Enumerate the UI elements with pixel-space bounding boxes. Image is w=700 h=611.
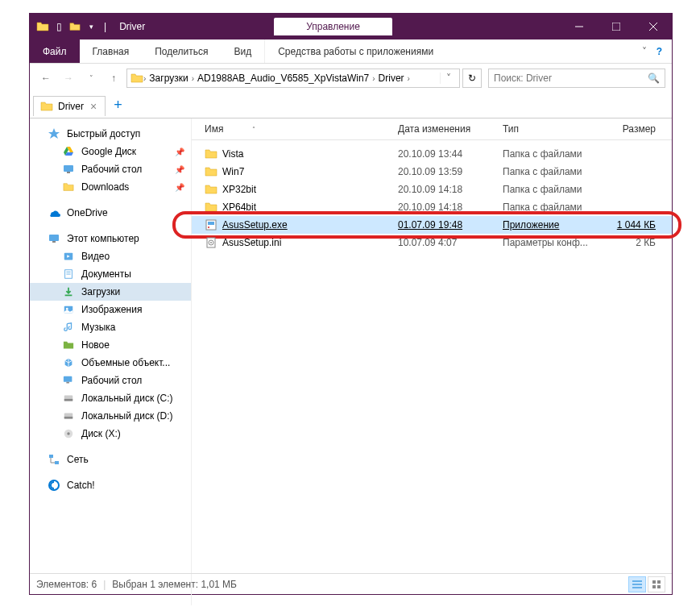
address-dropdown-icon[interactable]: ˅ bbox=[440, 73, 456, 84]
folder-icon bbox=[130, 72, 143, 85]
add-tab-icon[interactable]: + bbox=[106, 97, 130, 114]
up-button[interactable]: ↑ bbox=[104, 69, 123, 88]
ribbon-tab-context[interactable]: Средства работы с приложениями bbox=[264, 39, 446, 63]
breadcrumb[interactable]: › Загрузки › AD1988AB_Audio_V6585_XpVist… bbox=[126, 69, 460, 88]
back-button[interactable]: ← bbox=[36, 69, 56, 88]
disk-icon bbox=[62, 392, 75, 405]
sidebar-item[interactable]: Локальный диск (C:) bbox=[30, 389, 191, 407]
breadcrumb-item[interactable]: Загрузки bbox=[146, 73, 191, 84]
titlebar: ▯ ▾ | Driver Управление bbox=[30, 14, 672, 39]
sidebar-item[interactable]: Изображения bbox=[30, 301, 191, 318]
column-type[interactable]: Тип bbox=[503, 123, 599, 135]
network-icon bbox=[48, 453, 60, 466]
breadcrumb-item[interactable]: AD1988AB_Audio_V6585_XpVistaWin7 bbox=[194, 73, 372, 84]
sidebar-item[interactable]: Диск (X:) bbox=[30, 425, 191, 443]
search-input[interactable] bbox=[494, 73, 648, 84]
sidebar-this-pc[interactable]: Этот компьютер bbox=[30, 230, 191, 247]
column-size[interactable]: Размер bbox=[599, 123, 672, 135]
ribbon-tab-share[interactable]: Поделиться bbox=[142, 39, 221, 63]
ribbon-tab-view[interactable]: Вид bbox=[221, 39, 264, 63]
window-title: Driver bbox=[119, 21, 145, 32]
close-tab-icon[interactable]: × bbox=[89, 100, 98, 113]
file-row[interactable]: XP32bit 20.10.09 14:18 Папка с файлами bbox=[192, 181, 672, 198]
svg-rect-18 bbox=[64, 399, 73, 401]
file-type: Папка с файлами bbox=[503, 202, 599, 213]
file-row[interactable]: Win7 20.10.09 13:59 Папка с файлами bbox=[192, 163, 672, 181]
qat-icon-2[interactable] bbox=[68, 20, 81, 33]
svg-rect-24 bbox=[55, 461, 59, 464]
column-date[interactable]: Дата изменения bbox=[398, 123, 503, 135]
svg-point-33 bbox=[210, 242, 212, 243]
folder-tab[interactable]: Driver × bbox=[33, 96, 106, 116]
file-row[interactable]: AsusSetup.ini 10.07.09 4:07 Параметры ко… bbox=[192, 234, 672, 251]
search-icon[interactable]: 🔍 bbox=[648, 73, 660, 84]
disk-icon bbox=[62, 409, 75, 422]
pin-icon: 📌 bbox=[175, 148, 184, 156]
contextual-tools-tab[interactable]: Управление bbox=[274, 18, 392, 35]
svg-rect-6 bbox=[49, 235, 59, 241]
documents-icon bbox=[62, 268, 75, 281]
file-row[interactable]: Vista 20.10.09 13:44 Папка с файлами bbox=[192, 145, 672, 163]
column-headers: Имя˄ Дата изменения Тип Размер bbox=[192, 118, 672, 140]
tab-label: Driver bbox=[58, 101, 84, 112]
file-date: 20.10.09 13:59 bbox=[398, 166, 503, 177]
recent-locations-icon[interactable]: ˅ bbox=[81, 69, 101, 88]
sidebar-catch[interactable]: Catch! bbox=[30, 476, 191, 494]
svg-rect-37 bbox=[652, 580, 656, 584]
sidebar-item[interactable]: Downloads📌 bbox=[30, 178, 191, 196]
sidebar-network[interactable]: Сеть bbox=[30, 451, 191, 468]
chevron-right-icon[interactable]: › bbox=[408, 74, 410, 83]
ribbon-expand-icon[interactable]: ˅ bbox=[642, 46, 647, 57]
close-button[interactable] bbox=[635, 14, 672, 39]
sidebar-item[interactable]: Видео bbox=[30, 247, 191, 265]
file-row[interactable]: AsusSetup.exe 01.07.09 19:48 Приложение … bbox=[192, 216, 672, 234]
details-view-button[interactable] bbox=[628, 576, 646, 592]
refresh-button[interactable]: ↻ bbox=[462, 69, 482, 88]
svg-rect-1 bbox=[612, 23, 620, 31]
breadcrumb-item[interactable]: Driver bbox=[375, 73, 408, 84]
minimize-button[interactable] bbox=[561, 14, 598, 39]
sidebar-item[interactable]: Загрузки bbox=[30, 283, 191, 301]
file-date: 20.10.09 13:44 bbox=[398, 148, 503, 160]
exe-icon bbox=[205, 218, 217, 231]
sidebar-item[interactable]: Локальный диск (D:) bbox=[30, 407, 191, 425]
column-name[interactable]: Имя˄ bbox=[192, 123, 398, 135]
catch-icon bbox=[48, 479, 60, 492]
folder-icon bbox=[205, 183, 217, 196]
ribbon-file-tab[interactable]: Файл bbox=[30, 39, 80, 63]
sidebar-item[interactable]: Объемные объект... bbox=[30, 354, 191, 372]
ribbon-tab-home[interactable]: Главная bbox=[80, 39, 143, 63]
help-icon[interactable]: ? bbox=[657, 46, 662, 57]
sidebar-item[interactable]: Рабочий стол📌 bbox=[30, 160, 191, 178]
file-type: Приложение bbox=[503, 219, 599, 231]
item-count: Элементов: 6 bbox=[36, 579, 97, 590]
sidebar-item[interactable]: Новое bbox=[30, 336, 191, 354]
maximize-button[interactable] bbox=[598, 14, 635, 39]
file-name: AsusSetup.ini bbox=[222, 237, 281, 248]
ini-icon bbox=[205, 236, 217, 249]
sidebar-item[interactable]: Музыка bbox=[30, 318, 191, 336]
file-list: Имя˄ Дата изменения Тип Размер Vista 20.… bbox=[192, 118, 672, 605]
sidebar-item[interactable]: Документы bbox=[30, 265, 191, 283]
file-name: Win7 bbox=[222, 166, 244, 177]
qat-dropdown-icon[interactable]: ▾ bbox=[85, 20, 97, 33]
file-type: Параметры конф... bbox=[503, 237, 599, 248]
search-box[interactable]: 🔍 bbox=[488, 69, 665, 88]
file-size: 1 044 КБ bbox=[599, 219, 672, 231]
forward-button[interactable]: → bbox=[59, 69, 78, 88]
icons-view-button[interactable] bbox=[648, 576, 665, 592]
file-name: XP64bit bbox=[222, 202, 256, 213]
qat-icon-1[interactable]: ▯ bbox=[52, 20, 65, 33]
sidebar-item[interactable]: Рабочий стол bbox=[30, 372, 191, 389]
file-type: Папка с файлами bbox=[503, 148, 599, 160]
sidebar-quick-access[interactable]: Быстрый доступ bbox=[30, 125, 191, 143]
sidebar-item[interactable]: Google Диск📌 bbox=[30, 143, 191, 160]
svg-rect-20 bbox=[64, 417, 73, 419]
sidebar-onedrive[interactable]: OneDrive bbox=[30, 204, 191, 222]
gdrive-icon bbox=[62, 145, 75, 158]
file-type: Папка с файлами bbox=[503, 184, 599, 195]
file-row[interactable]: XP64bit 20.10.09 14:18 Папка с файлами bbox=[192, 198, 672, 216]
sort-arrow-icon: ˄ bbox=[252, 126, 255, 133]
desktop-icon bbox=[62, 163, 75, 176]
svg-rect-5 bbox=[67, 172, 70, 173]
